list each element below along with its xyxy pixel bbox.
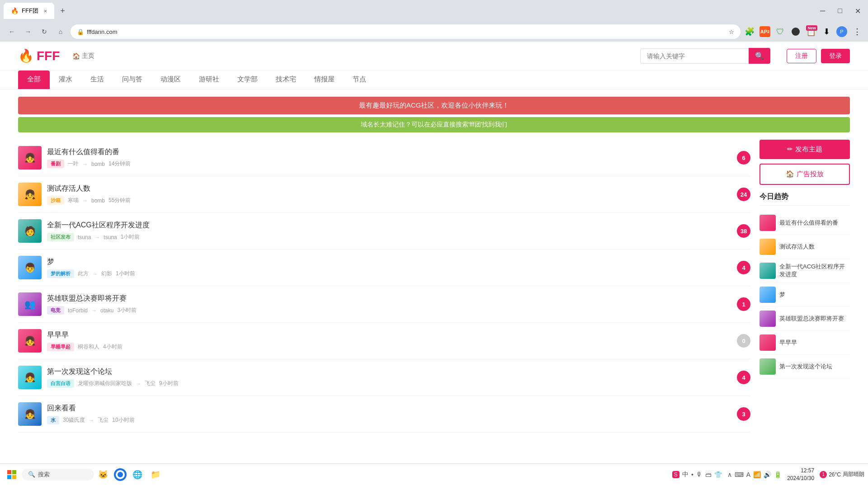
post-avatar-6: 👧: [18, 366, 42, 389]
post-info-7: 回来看看 水 30摄氏度 → 飞尘 10小时前: [47, 404, 731, 424]
trending-item-title-2: 全新一代ACG社区程序开发进度: [779, 263, 850, 278]
taskbar-cat-icon[interactable]: 🐱: [96, 467, 110, 482]
post-arrow-6: →: [136, 381, 141, 387]
site-logo[interactable]: 🔥 FFF: [18, 48, 60, 63]
post-item-0[interactable]: 👧 最近有什么值得看的番 番剧 一叶 → bomb 14分钟前 6: [18, 140, 750, 176]
shirt-icon[interactable]: 👕: [714, 471, 722, 478]
post-item-7[interactable]: 👧 回来看看 水 30摄氏度 → 飞尘 10小时前 3: [18, 396, 750, 433]
battery-icon[interactable]: 🔋: [774, 471, 782, 478]
trending-item-1[interactable]: 测试存活人数: [760, 235, 850, 259]
sidebar: ✏ 发布主题 🏠 广告投放 今日趋势 最近有什么值得看的番 测试存活人数 全新一…: [760, 140, 850, 433]
back-button[interactable]: ←: [5, 25, 18, 38]
nav-tab-tech[interactable]: 技术宅: [267, 71, 305, 89]
trending-item-6[interactable]: 第一次发现这个论坛: [760, 355, 850, 379]
post-item-3[interactable]: 👦 梦 梦的解析 此方 → 幻影 1小时前 4: [18, 250, 750, 286]
post-item-6[interactable]: 👧 第一次发现这个论坛 白言白语 龙曜你弟喊你回家吃饭 → 飞尘 9小时前 4: [18, 359, 750, 396]
mic-icon[interactable]: 🎙: [696, 471, 703, 478]
login-button[interactable]: 登录: [821, 49, 850, 63]
website-content: 🔥 FFF 🏠 主页 🔍 注册 登录 全部 灌水 生活 问与答 动漫区 游研社 …: [0, 42, 868, 485]
minimize-btn[interactable]: ─: [816, 5, 829, 17]
taskbar-search[interactable]: 🔍 搜索: [22, 469, 94, 480]
nav-tab-game[interactable]: 游研社: [190, 71, 228, 89]
weather-info: 1 26°C 局部晴朗: [820, 471, 864, 478]
post-item-5[interactable]: 👧 早早早 早睡早起 桐谷和人 4小时前 0: [18, 323, 750, 359]
downloads-icon[interactable]: ⬇: [821, 26, 832, 37]
active-tab[interactable]: 🔥 FFF团 ×: [4, 3, 54, 19]
post-tag-4: 电竞: [47, 306, 64, 315]
ad-button[interactable]: 🏠 广告投放: [760, 164, 850, 185]
reload-button[interactable]: ↻: [38, 25, 51, 38]
trending-item-4[interactable]: 英雄联盟总决赛即将开赛: [760, 307, 850, 331]
nav-tab-life[interactable]: 生活: [81, 71, 113, 89]
post-author-1: 寒喵: [68, 197, 79, 204]
record-icon[interactable]: [790, 26, 801, 37]
post-time-0: 14分钟前: [108, 160, 131, 168]
taskbar-files-icon[interactable]: 📁: [148, 467, 163, 482]
nav-tab-all[interactable]: 全部: [18, 71, 50, 89]
post-theme-button[interactable]: ✏ 发布主题: [760, 140, 850, 159]
sogou-icon[interactable]: S: [672, 471, 679, 478]
post-title-1: 测试存活人数: [47, 184, 731, 193]
post-time-7: 10小时前: [112, 416, 134, 424]
search-input[interactable]: [640, 48, 749, 64]
post-item-2[interactable]: 🧑 全新一代ACG社区程序开发进度 社区发布 tsuna → tsuna 1小时…: [18, 213, 750, 250]
ime-icon[interactable]: 中: [682, 471, 689, 479]
menu-icon[interactable]: ⋮: [852, 26, 863, 37]
ime-toggle-icon[interactable]: A: [746, 471, 750, 478]
nav-tab-news[interactable]: 情报屋: [305, 71, 344, 89]
post-arrow-2: →: [94, 234, 100, 240]
volume-icon[interactable]: 🔊: [764, 471, 771, 478]
post-time-5: 4小时前: [103, 343, 123, 351]
post-count-6: 4: [737, 371, 750, 384]
start-button[interactable]: [4, 466, 20, 483]
post-title-5: 早早早: [47, 330, 731, 340]
window-controls: ─ □ ✕: [816, 5, 864, 17]
trending-item-3[interactable]: 梦: [760, 283, 850, 307]
extensions-icon[interactable]: 🧩: [744, 26, 755, 37]
ap2-icon[interactable]: AP2: [760, 26, 770, 37]
nav-tab-node[interactable]: 节点: [344, 71, 375, 89]
taskbar-browser-icon[interactable]: [114, 468, 127, 481]
post-item-4[interactable]: 👥 英雄联盟总决赛即将开赛 电竞 toForbid → otaku 3小时前 1: [18, 286, 750, 323]
register-button[interactable]: 注册: [787, 49, 816, 63]
home-nav[interactable]: 🏠 主页: [72, 52, 94, 60]
dot-icon[interactable]: •: [691, 471, 693, 478]
home-button[interactable]: ⌂: [54, 25, 67, 38]
tab-close-btn[interactable]: ×: [44, 8, 47, 14]
address-bar[interactable]: 🔒 fffdann.com ☆: [71, 24, 741, 39]
close-btn[interactable]: ✕: [851, 5, 864, 17]
expand-tray-icon[interactable]: ∧: [727, 471, 732, 478]
url-display: fffdann.com: [87, 28, 726, 35]
trending-item-2[interactable]: 全新一代ACG社区程序开发进度: [760, 259, 850, 283]
taskbar-clock[interactable]: 12:57 2024/10/30: [787, 467, 814, 482]
win-store-icon[interactable]: 🗃: [705, 471, 712, 478]
trending-item-0[interactable]: 最近有什么值得看的番: [760, 211, 850, 235]
new-badge-icon[interactable]: 📋 New: [806, 26, 816, 37]
vpn-icon[interactable]: 🛡: [775, 26, 786, 37]
profile-avatar[interactable]: P: [836, 26, 847, 37]
post-meta-2: 社区发布 tsuna → tsuna 1小时前: [47, 233, 731, 241]
svg-rect-2: [7, 475, 11, 479]
post-meta-6: 白言白语 龙曜你弟喊你回家吃饭 → 飞尘 9小时前: [47, 379, 731, 388]
nav-tab-qa[interactable]: 问与答: [113, 71, 151, 89]
post-item-1[interactable]: 👧 测试存活人数 沙箱 寒喵 → bomb 55分钟前 24: [18, 176, 750, 213]
post-arrow-0: →: [82, 161, 88, 167]
post-author-0: 一叶: [68, 160, 79, 168]
keyboard-icon[interactable]: ⌨: [735, 471, 744, 478]
taskbar-chrome-icon[interactable]: 🌐: [130, 467, 145, 482]
trending-item-5[interactable]: 早早早: [760, 331, 850, 355]
new-tab-button[interactable]: +: [56, 5, 69, 17]
search-button[interactable]: 🔍: [749, 48, 770, 64]
nav-tab-anime[interactable]: 动漫区: [151, 71, 190, 89]
wifi-icon[interactable]: 📶: [753, 471, 761, 478]
restore-btn[interactable]: □: [834, 5, 846, 17]
post-tag-6: 白言白语: [47, 379, 74, 388]
temperature: 26°C: [829, 471, 841, 478]
nav-tab-literature[interactable]: 文学部: [228, 71, 267, 89]
trending-item-title-6: 第一次发现这个论坛: [779, 363, 832, 371]
star-icon[interactable]: ☆: [729, 28, 734, 35]
nav-tab-gossip[interactable]: 灌水: [50, 71, 81, 89]
trending-avatar-2: [760, 263, 776, 279]
trending-avatar-6: [760, 358, 776, 375]
forward-button[interactable]: →: [22, 25, 34, 38]
